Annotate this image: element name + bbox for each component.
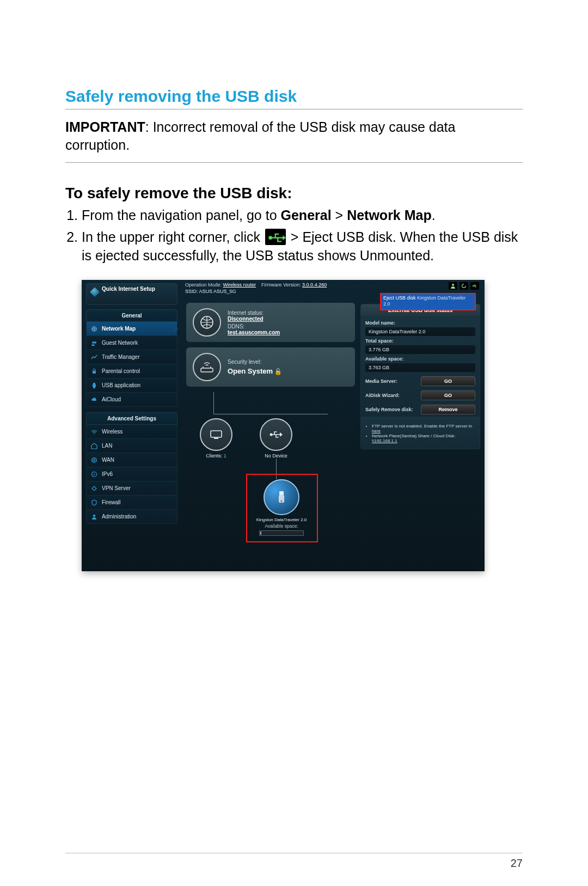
security-label: Security level:: [228, 359, 261, 365]
usb-eject-icon[interactable]: [470, 282, 479, 290]
sidebar-item-ipv6[interactable]: 6 IPv6: [86, 467, 177, 481]
sidebar-label: IPv6: [102, 471, 113, 477]
step-1-bold-1: General: [281, 207, 332, 223]
wan-icon: [90, 456, 99, 465]
step-1-text-a: From the navigation panel, go to: [82, 207, 281, 223]
step-1: From the navigation panel, go to General…: [82, 206, 523, 225]
router-icon: [193, 353, 221, 381]
eject-usb-popup[interactable]: Eject USB disk Kingston DataTraveler 2.0: [380, 293, 476, 310]
sidebar-item-wan[interactable]: WAN: [86, 453, 177, 467]
model-name-value: Kingston DataTraveler 2.0: [365, 327, 475, 336]
sidebar-label: Firewall: [102, 499, 120, 505]
ssid-value[interactable]: ASUS ASUS_5G: [199, 289, 236, 294]
usb-port-1-tile[interactable]: No Device: [254, 418, 298, 459]
samba-note-text: Network Place(Samba) Share / Cloud Disk:: [372, 433, 455, 438]
vpn-server-icon: [90, 484, 99, 493]
ftp-enable-link[interactable]: here: [372, 429, 381, 433]
clients-label: Clients:: [206, 453, 222, 459]
avail-space-value: 3.763 GB: [365, 363, 475, 372]
aicloud-icon: [90, 395, 99, 404]
steps-list: From the navigation panel, go to General…: [65, 206, 523, 265]
usb-icon: [265, 229, 286, 245]
important-label: IMPORTANT: [65, 119, 145, 135]
svg-rect-16: [214, 438, 218, 439]
parental-control-icon: [90, 367, 99, 376]
opmode-value[interactable]: Wireless router: [223, 282, 256, 288]
ftp-note-text: FTP server is not enabled. Enable the FT…: [372, 424, 472, 429]
sidebar-label: USB application: [102, 382, 140, 388]
avail-space-label: Available space:: [365, 356, 475, 362]
clients-icon: [200, 418, 232, 451]
wireless-icon: [90, 427, 99, 436]
sidebar-label: Administration: [102, 514, 136, 520]
ddns-value: test.asuscomm.com: [228, 329, 280, 335]
svg-point-4: [92, 341, 94, 344]
svg-rect-6: [93, 371, 96, 374]
samba-path-link[interactable]: \\192.168.1.1: [372, 438, 397, 443]
available-space-label: Available space:: [252, 523, 311, 529]
clients-tile[interactable]: Clients: 1: [194, 418, 238, 459]
sidebar-item-aicloud[interactable]: AiCloud: [86, 393, 177, 407]
svg-rect-15: [211, 431, 222, 437]
usb-drive-icon: [264, 479, 299, 515]
sidebar-item-lan[interactable]: LAN: [86, 439, 177, 453]
step-2-text-a: In the upper right corner, click: [82, 229, 264, 245]
nav-heading-general: General: [86, 309, 177, 322]
sidebar-item-firewall[interactable]: Firewall: [86, 496, 177, 510]
usb-port-icon: [260, 418, 292, 451]
sidebar-label: Parental control: [102, 368, 140, 374]
sidebar-label: Traffic Manager: [102, 354, 139, 360]
unlock-icon: 🔓: [274, 368, 282, 375]
traffic-manager-icon: [90, 353, 99, 362]
aidisk-wizard-go-button[interactable]: GO: [421, 390, 475, 400]
security-level-box[interactable]: Security level: Open System 🔓: [186, 347, 355, 387]
sidebar-label: VPN Server: [102, 485, 131, 491]
step-2: In the upper right corner, click > Eject…: [82, 228, 523, 265]
globe-icon: [193, 308, 221, 337]
sidebar-item-network-map[interactable]: Network Map: [86, 322, 177, 336]
network-map-icon: [90, 325, 99, 333]
usb-application-icon: [90, 381, 99, 390]
sidebar-item-vpn-server[interactable]: VPN Server: [86, 481, 177, 496]
media-server-go-button[interactable]: GO: [421, 376, 475, 386]
svg-rect-14: [201, 368, 213, 372]
svg-point-8: [94, 433, 95, 434]
nav-heading-advanced: Advanced Settings: [86, 412, 177, 425]
step-1-sep: >: [332, 207, 347, 223]
total-space-label: Total space:: [365, 338, 475, 344]
usb-panel-notes: FTP server is not enabled. Enable the FT…: [365, 424, 475, 443]
usb-disk-tile[interactable]: Kingston DataTraveler 2.0 Available spac…: [252, 479, 311, 536]
sidebar-label: Guest Network: [102, 340, 138, 346]
fw-value[interactable]: 3.0.0.4.260: [302, 282, 327, 288]
reboot-icon[interactable]: [460, 282, 468, 290]
user-icon[interactable]: [449, 282, 457, 290]
no-device-label: No Device: [254, 453, 298, 459]
eject-label: Eject USB disk: [383, 295, 417, 301]
sidebar-item-traffic-manager[interactable]: Traffic Manager: [86, 350, 177, 364]
sidebar-item-usb-application[interactable]: USB application: [86, 378, 177, 393]
svg-rect-18: [279, 491, 284, 495]
section-title: Safely removing the USB disk: [65, 87, 523, 109]
usb-disk-name: Kingston DataTraveler 2.0: [252, 517, 311, 522]
svg-point-1: [452, 284, 454, 286]
subsection-heading: To safely remove the USB disk:: [65, 185, 523, 202]
important-callout: IMPORTANT: Incorrect removal of the USB …: [65, 115, 523, 163]
quick-internet-setup[interactable]: Quick Internet Setup: [86, 283, 177, 305]
sidebar-item-guest-network[interactable]: Guest Network: [86, 336, 177, 350]
sidebar: Quick Internet Setup General Network Map…: [86, 283, 177, 568]
ssid-label: SSID:: [185, 289, 199, 294]
sidebar-item-administration[interactable]: Administration: [86, 510, 177, 524]
network-map-center: Internet status: Disconnected DDNS: test…: [186, 303, 355, 545]
fw-label: Firmware Version:: [261, 282, 302, 288]
sidebar-item-parental-control[interactable]: Parental control: [86, 364, 177, 378]
ddns-label: DDNS:: [228, 323, 244, 329]
sidebar-label: Network Map: [102, 326, 136, 332]
inet-status-value: Disconnected: [228, 316, 264, 322]
remove-button[interactable]: Remove: [421, 405, 475, 414]
usb-status-panel: Eject USB disk Kingston DataTraveler 2.0…: [360, 304, 480, 449]
internet-status-box[interactable]: Internet status: Disconnected DDNS: test…: [186, 303, 355, 342]
sidebar-item-wireless[interactable]: Wireless: [86, 425, 177, 439]
safely-remove-label: Safely Remove disk:: [365, 407, 413, 412]
svg-point-20: [281, 500, 283, 502]
device-tree: Clients: 1 No Device Kingston DataTravel…: [186, 392, 355, 545]
